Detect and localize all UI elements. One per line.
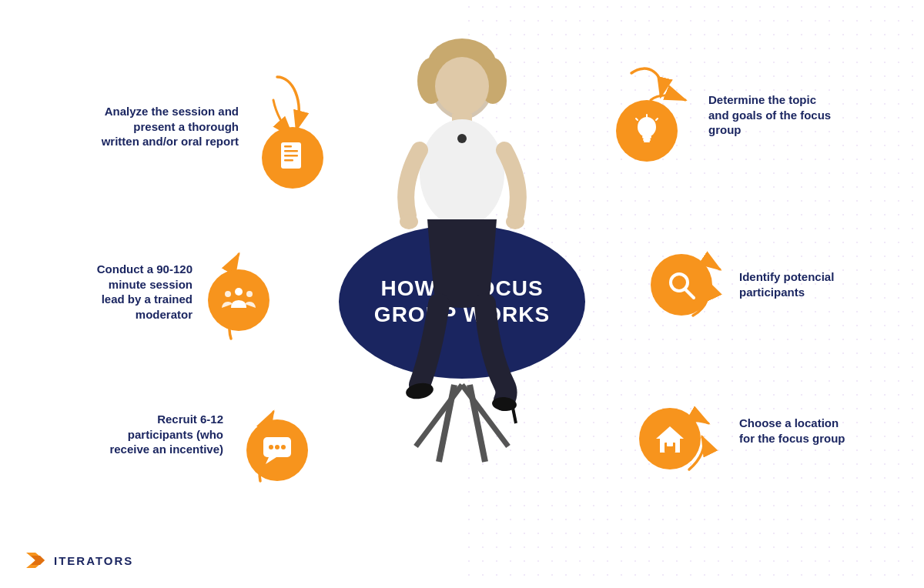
circle-conduct	[208, 269, 270, 331]
circle-recruit	[246, 419, 308, 481]
svg-point-31	[235, 288, 243, 296]
magnifier-icon	[666, 269, 697, 300]
circle-determine	[616, 100, 678, 162]
document-icon	[277, 141, 308, 175]
svg-point-38	[269, 445, 273, 449]
svg-marker-45	[31, 556, 45, 565]
label-recruit: Recruit 6-12participants (whoreceive an …	[38, 412, 223, 457]
lightbulb-icon	[631, 114, 662, 148]
svg-line-18	[513, 408, 516, 423]
svg-rect-23	[284, 145, 292, 148]
circle-identify	[651, 254, 712, 316]
svg-rect-27	[644, 141, 650, 142]
house-icon	[654, 423, 686, 454]
label-identify: Identify potencialparticipants	[739, 269, 893, 299]
circle-analyze	[262, 127, 323, 189]
svg-point-9	[457, 134, 467, 143]
logo: ITERATORS	[23, 548, 133, 573]
svg-point-33	[246, 291, 253, 297]
label-choose: Choose a locationfor the focus group	[739, 416, 893, 446]
svg-line-30	[656, 119, 658, 120]
logo-icon	[23, 548, 48, 573]
svg-point-24	[638, 117, 656, 137]
chat-icon	[261, 435, 293, 466]
svg-point-6	[435, 57, 489, 115]
svg-marker-37	[266, 457, 276, 464]
label-determine: Determine the topicand goals of the focu…	[708, 92, 886, 138]
svg-point-40	[281, 445, 286, 449]
svg-point-10	[400, 214, 418, 229]
person-image	[346, 31, 578, 493]
label-conduct: Conduct a 90-120minute sessionlead by a …	[23, 262, 192, 322]
svg-rect-26	[643, 139, 651, 141]
svg-rect-21	[284, 155, 298, 157]
svg-line-29	[636, 119, 638, 120]
svg-rect-43	[667, 440, 673, 446]
svg-point-32	[225, 291, 231, 297]
label-analyze: Analyze the session andpresent a thoroug…	[38, 104, 239, 149]
people-icon	[222, 286, 256, 314]
svg-rect-22	[284, 159, 293, 162]
svg-rect-25	[642, 135, 651, 139]
svg-point-39	[275, 445, 280, 449]
svg-line-35	[685, 289, 694, 298]
logo-text: ITERATORS	[54, 554, 133, 567]
circle-choose	[639, 408, 701, 469]
svg-point-11	[506, 214, 524, 229]
main-container: HOW A FOCUS GROUP WORKS Analyze the sess…	[0, 0, 924, 588]
svg-rect-20	[284, 150, 298, 152]
